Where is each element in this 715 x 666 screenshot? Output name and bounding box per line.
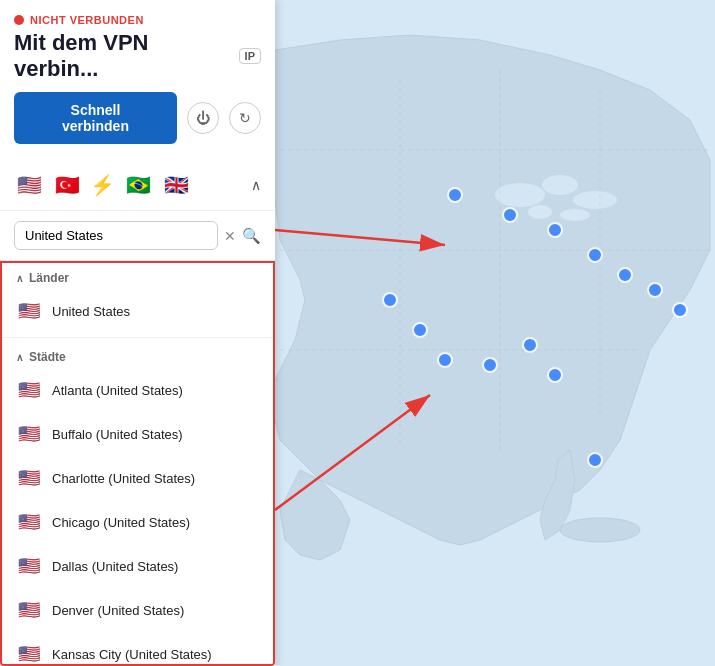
- tr-flag-recent[interactable]: 🇹🇷: [52, 170, 82, 200]
- countries-section-header: ∧ Länder: [2, 263, 273, 289]
- connection-status: NICHT VERBUNDEN: [14, 14, 261, 26]
- list-item[interactable]: 🇺🇸 Kansas City (United States): [2, 632, 273, 666]
- flag-atlanta: 🇺🇸: [16, 377, 42, 403]
- buffalo-label: Buffalo (United States): [52, 427, 183, 442]
- search-results-list: ∧ Länder 🇺🇸 United States ∧ Städte 🇺🇸 At…: [0, 261, 275, 666]
- app-title-row: Mit dem VPN verbin... IP: [14, 30, 261, 82]
- charlotte-label: Charlotte (United States): [52, 471, 195, 486]
- us-flag-item: 🇺🇸: [16, 298, 42, 324]
- lightning-icon[interactable]: ⚡: [90, 173, 115, 197]
- flag-charlotte: 🇺🇸: [16, 465, 42, 491]
- countries-label: Länder: [29, 271, 69, 285]
- flag-chicago: 🇺🇸: [16, 509, 42, 535]
- power-button[interactable]: ⏻: [187, 102, 219, 134]
- svg-point-12: [560, 518, 640, 542]
- refresh-button[interactable]: ↻: [229, 102, 261, 134]
- divider: [2, 337, 273, 338]
- gb-flag-recent[interactable]: 🇬🇧: [161, 170, 191, 200]
- list-item[interactable]: 🇺🇸 United States: [2, 289, 273, 333]
- ip-badge[interactable]: IP: [239, 48, 261, 64]
- dallas-label: Dallas (United States): [52, 559, 178, 574]
- flag-dallas: 🇺🇸: [16, 553, 42, 579]
- kansas-city-label: Kansas City (United States): [52, 647, 212, 662]
- list-item[interactable]: 🇺🇸 Dallas (United States): [2, 544, 273, 588]
- chevron-up-icon[interactable]: ∧: [251, 177, 261, 193]
- svg-point-4: [528, 205, 552, 219]
- atlanta-label: Atlanta (United States): [52, 383, 183, 398]
- connect-row: Schnell verbinden ⏻ ↻: [14, 92, 261, 144]
- clear-search-icon[interactable]: ✕: [224, 228, 236, 244]
- list-item[interactable]: 🇺🇸 Buffalo (United States): [2, 412, 273, 456]
- svg-point-2: [542, 175, 578, 195]
- app-title-text: Mit dem VPN verbin...: [14, 30, 231, 82]
- status-text: NICHT VERBUNDEN: [30, 14, 144, 26]
- list-item[interactable]: 🇺🇸 Chicago (United States): [2, 500, 273, 544]
- app-header: NICHT VERBUNDEN Mit dem VPN verbin... IP…: [0, 0, 275, 164]
- search-icon[interactable]: 🔍: [242, 227, 261, 245]
- status-dot: [14, 15, 24, 25]
- list-item[interactable]: 🇺🇸 Atlanta (United States): [2, 368, 273, 412]
- chicago-label: Chicago (United States): [52, 515, 190, 530]
- cities-label: Städte: [29, 350, 66, 364]
- search-row: ✕ 🔍: [0, 211, 275, 261]
- denver-label: Denver (United States): [52, 603, 184, 618]
- list-item[interactable]: 🇺🇸 Denver (United States): [2, 588, 273, 632]
- flag-denver: 🇺🇸: [16, 597, 42, 623]
- list-item[interactable]: 🇺🇸 Charlotte (United States): [2, 456, 273, 500]
- svg-point-5: [560, 209, 590, 221]
- cities-section-header: ∧ Städte: [2, 342, 273, 368]
- us-flag-recent[interactable]: 🇺🇸: [14, 170, 44, 200]
- br-flag-recent[interactable]: 🇧🇷: [123, 170, 153, 200]
- recent-flags-row: 🇺🇸 🇹🇷 ⚡ 🇧🇷 🇬🇧 ∧: [0, 164, 275, 211]
- flag-kansas-city: 🇺🇸: [16, 641, 42, 666]
- flag-buffalo: 🇺🇸: [16, 421, 42, 447]
- svg-point-1: [495, 183, 545, 207]
- search-input[interactable]: [14, 221, 218, 250]
- us-country-label: United States: [52, 304, 130, 319]
- chevron-icon-cities: ∧: [16, 352, 23, 363]
- svg-point-3: [573, 191, 617, 209]
- quick-connect-button[interactable]: Schnell verbinden: [14, 92, 177, 144]
- sidebar-panel: NICHT VERBUNDEN Mit dem VPN verbin... IP…: [0, 0, 275, 666]
- chevron-icon: ∧: [16, 273, 23, 284]
